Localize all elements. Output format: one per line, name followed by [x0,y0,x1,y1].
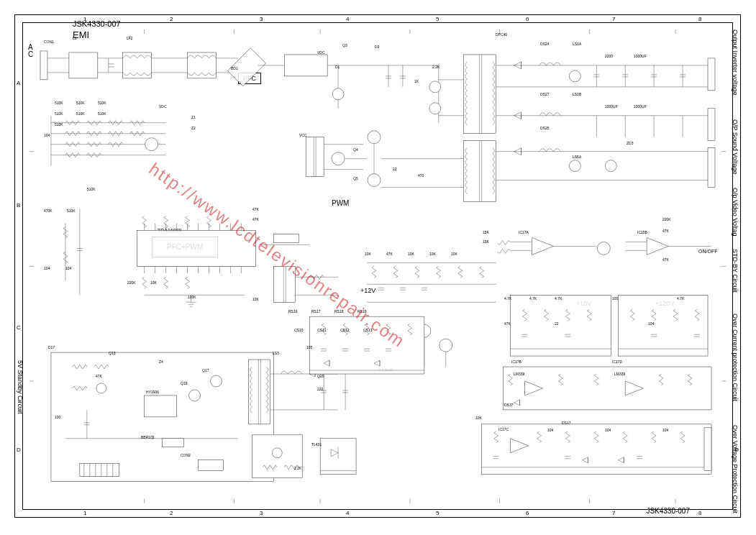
side-label-sound: O/P Sound Voltage [732,119,739,174]
svg-point-77 [605,160,616,172]
ref-rs17: RS17 [311,310,321,314]
ref-r510k-9: 510K [87,188,96,191]
side-label-overvoltage: Over Voltage Protection Circuit [732,425,739,513]
ref-zd3: ZD3 [627,142,633,145]
ref-bbr102: BBR102 [141,436,155,439]
ref-q17: Q17 [202,369,209,372]
grid-row-d-left: D [17,447,21,453]
svg-rect-57 [464,55,496,134]
ref-dpc46: DPC46 [496,33,507,37]
ref-r10k-6: 10K [429,252,436,256]
svg-point-53 [368,174,381,187]
grid-col-1-bot: 1 [83,510,86,516]
ref-con2: CON2 [181,454,191,457]
ref-c1000-3: 1000UF [634,105,647,109]
svg-rect-60 [464,141,496,202]
ref-rs16: RS16 [288,310,298,314]
ref-d17: D17 [48,346,55,349]
svg-point-52 [368,131,381,144]
grid-col-1-top: 1 [83,16,86,22]
ref-r220k-2: 220K [662,218,671,221]
ref-r2k2: 2.2K [432,65,440,69]
svg-point-178 [440,339,452,352]
ref-ic17d: IC17D [612,360,622,364]
ref-c18: 104 [65,267,71,270]
ref-r510k-4: 510K [55,112,63,116]
grid-row-c-left: C [17,324,21,331]
svg-rect-160 [199,460,224,471]
ref-z2: Z2 [191,127,196,130]
ref-lf2: LF2 [127,37,133,40]
ref-cs13: CS13 [363,329,373,332]
svg-rect-38 [284,55,327,76]
ref-z4: Z4 [159,360,163,364]
ref-l1: L1 [73,37,77,40]
ref-rs19: RS19 [357,310,367,314]
svg-point-102 [145,138,158,151]
ref-c2200: 2200 [605,55,613,58]
side-label-standby: STD-BY Circuit [732,249,739,293]
svg-rect-152 [80,464,119,477]
ref-hy1906: HY1906 [146,390,159,394]
grid-col-7-top: 7 [612,16,615,22]
ref-ds17: DS17 [562,421,571,425]
grid-row-a-left: A [17,80,20,86]
svg-rect-232 [306,137,324,177]
ref-r15k-2: 15K [483,240,489,244]
ref-r100: 100 [55,416,60,419]
ref-r10k-3: 10K [252,298,259,301]
ref-r10k-2: 10K [150,281,157,285]
ref-r47k-4: 4.7K [504,297,511,301]
svg-rect-144 [145,395,177,417]
grid-col-3-bot: 3 [260,510,263,516]
ref-ls1a: LS1A [573,42,581,46]
grid-col-6-bot: 6 [526,510,529,516]
ref-q4: Q4 [353,148,358,152]
grid-col-4-top: 4 [346,16,349,22]
ref-r10k-7: 10K [451,252,457,256]
ref-cs11: CS11 [317,329,327,332]
svg-rect-159 [163,439,184,447]
ref-ls5a: LS5A [573,155,581,159]
grid-col-5-top: 5 [436,16,439,22]
svg-rect-95 [708,109,715,141]
ref-r47k-3: 47K [96,375,102,378]
svg-point-50 [429,81,441,93]
grid-col-8-bot: 8 [698,510,701,516]
side-label-video: O/p Video Voltag [732,188,739,236]
ref-r47k-9: 47K [662,258,669,262]
svg-rect-32 [188,52,217,78]
ref-ic17b-label: IC15B [637,231,647,234]
grid-col-8-top: 8 [698,16,701,22]
part-number-top: JSK4330-007 [73,19,121,28]
side-label-overcurrent: Over Current protection Circuit [732,314,739,401]
svg-point-40 [332,88,344,100]
svg-rect-141 [248,360,270,424]
ref-r510k-2: 510K [76,101,85,105]
ref-lm339-2: LM339 [614,372,625,376]
ref-lm339: LM339 [514,372,524,376]
ref-r510k-7: 510K [55,123,63,127]
svg-rect-23 [69,52,98,78]
grid-row-b-left: B [17,202,20,209]
ref-r22-2: 22 [393,168,397,171]
ref-c104-2: 104 [648,322,654,326]
ref-q5: Q5 [353,177,358,180]
ref-r510k-6: 510K [98,112,106,116]
ref-r287k: 2.2K [294,467,301,470]
ref-c104-3: 104 [547,429,553,432]
ref-ds25: DS25 [540,127,550,130]
ref-r120k: 100K [188,296,196,299]
ref-r47k-2: 47K [252,218,259,221]
ref-c1000-2: 1000UF [605,105,618,109]
grid-col-2-bot: 2 [170,510,173,516]
grid-col-4-bot: 4 [346,510,349,516]
svg-rect-29 [123,52,152,78]
ref-bd1: BD1 [231,67,238,70]
svg-rect-219 [704,428,711,471]
ref-q18: Q18 [181,382,187,385]
ref-q3: Q3 [342,44,347,47]
ref-r680k: 470K [44,209,53,213]
ref-r44r-2: 470 [418,174,424,178]
svg-rect-94 [708,58,715,91]
